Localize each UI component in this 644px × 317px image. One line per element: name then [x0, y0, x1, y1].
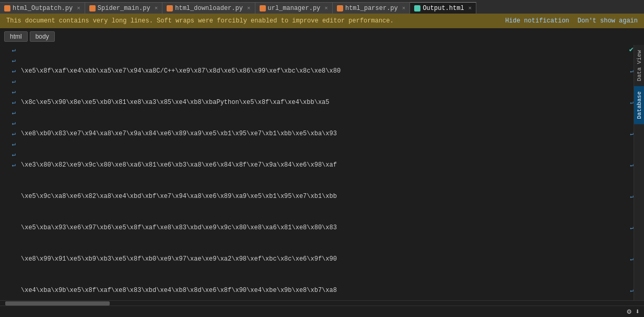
tab-close-2[interactable]: × — [155, 5, 158, 11]
code-line-6: \xe5\xba\x93\xe6\x97\xb6\xe5\x8f\xaf\xe8… — [21, 222, 634, 233]
right-side-panel: Data View Database — [634, 45, 644, 300]
tab-label-6: Output.html — [423, 5, 464, 12]
gutter-line: ↵ — [2, 118, 16, 128]
code-line-3: \xe8\xb0\x83\xe7\x94\xa8\xe7\x9a\x84\xe6… — [21, 128, 634, 139]
gutter-line: ↵ — [2, 87, 16, 97]
tab-icon-3 — [167, 5, 173, 11]
gutter-line: ↵ — [2, 139, 16, 149]
notification-text: This document contains very long lines. … — [6, 17, 505, 25]
tab-close-6[interactable]: × — [469, 5, 472, 11]
gutter-line: ↵ — [2, 108, 16, 118]
tab-label-1: html_Outpatch.py — [13, 5, 73, 12]
checkmark-icon: ✔ — [629, 45, 634, 54]
data-view-tab[interactable]: Data View — [634, 45, 644, 86]
notification-actions: Hide notification Don't show again — [505, 17, 638, 25]
code-line-2: \x8c\xe5\x90\x8e\xe5\xb0\x81\xe8\xa3\x85… — [21, 97, 634, 108]
tab-label-2: Spider_main.py — [98, 5, 150, 12]
gutter-line: ↵ — [2, 66, 16, 76]
code-line-1: \xe5\x8f\xaf\xe4\xbb\xa5\xe7\x94\xa8C/C+… — [21, 66, 634, 76]
tab-icon-1 — [4, 5, 10, 11]
tab-html-outpatch[interactable]: html_Outpatch.py × — [0, 2, 85, 14]
code-line-4: \xe3\x80\x82\xe9\x9c\x80\xe8\xa6\x81\xe6… — [21, 160, 634, 170]
dont-show-again-button[interactable]: Don't show again — [578, 17, 638, 25]
download-icon[interactable]: ⬇ — [636, 307, 640, 316]
database-tab[interactable]: Database — [634, 86, 644, 124]
tab-html-parser[interactable]: html_parser.py × — [333, 2, 410, 14]
tab-close-3[interactable]: × — [247, 5, 251, 11]
tab-output-html[interactable]: Output.html × — [410, 2, 476, 14]
tab-icon-4 — [260, 5, 266, 11]
tag-bar: html body — [0, 28, 644, 45]
settings-icon[interactable]: ⚙ — [627, 307, 631, 316]
code-line-8: \xe4\xba\x9b\xe5\x8f\xaf\xe8\x83\xbd\xe4… — [21, 285, 634, 296]
hide-notification-button[interactable]: Hide notification — [505, 17, 569, 25]
tab-spider-main[interactable]: Spider_main.py × — [85, 2, 162, 14]
gutter-line: ↵ — [2, 45, 16, 55]
tab-close-4[interactable]: × — [324, 5, 328, 11]
notification-bar: This document contains very long lines. … — [0, 14, 644, 28]
tab-label-3: html_downloader.py — [175, 5, 243, 12]
status-bar: ⚙ ⬇ — [0, 306, 644, 317]
code-line-7: \xe8\x99\x91\xe5\xb9\xb3\xe5\x8f\xb0\xe9… — [21, 254, 634, 264]
gutter-line: ↵ — [2, 160, 16, 170]
gutter-line: ↵ — [2, 76, 16, 87]
tab-icon-6 — [414, 5, 420, 11]
tab-label-5: html_parser.py — [345, 5, 398, 12]
gutter-line: ↵ — [2, 149, 16, 160]
line-gutter: ↵ ↵ ↵ ↵ ↵ ↵ ↵ ↵ ↵ ↵ ↵ ↵ — [0, 45, 19, 300]
scrollbar-thumb[interactable] — [5, 301, 110, 306]
tab-url-manager[interactable]: url_manager.py × — [255, 2, 333, 14]
code-line-5: \xe5\x9c\xa8\xe6\x82\xa8\xe4\xbd\xbf\xe7… — [21, 191, 634, 202]
code-content[interactable]: \xe5\x8f\xaf\xe4\xbb\xa5\xe7\x94\xa8C/C+… — [19, 45, 634, 300]
gutter-line: ↵ — [2, 55, 16, 66]
tag-html-button[interactable]: html — [4, 31, 28, 42]
tab-html-downloader[interactable]: html_downloader.py × — [162, 2, 255, 14]
tag-body-button[interactable]: body — [30, 31, 55, 42]
horizontal-scrollbar[interactable] — [0, 300, 644, 306]
tab-label-4: url_manager.py — [268, 5, 321, 12]
tab-bar: html_Outpatch.py × Spider_main.py × html… — [0, 0, 644, 14]
editor-area: ✔ ↵ ↵ ↵ ↵ ↵ ↵ ↵ ↵ ↵ ↵ ↵ ↵ \xe5\x8f\xaf\x… — [0, 45, 644, 300]
tab-close-1[interactable]: × — [77, 5, 80, 11]
gutter-line: ↵ — [2, 97, 16, 108]
tab-icon-2 — [89, 5, 96, 11]
gutter-line: ↵ — [2, 128, 16, 139]
tab-icon-5 — [337, 5, 343, 11]
tab-close-5[interactable]: × — [402, 5, 406, 11]
